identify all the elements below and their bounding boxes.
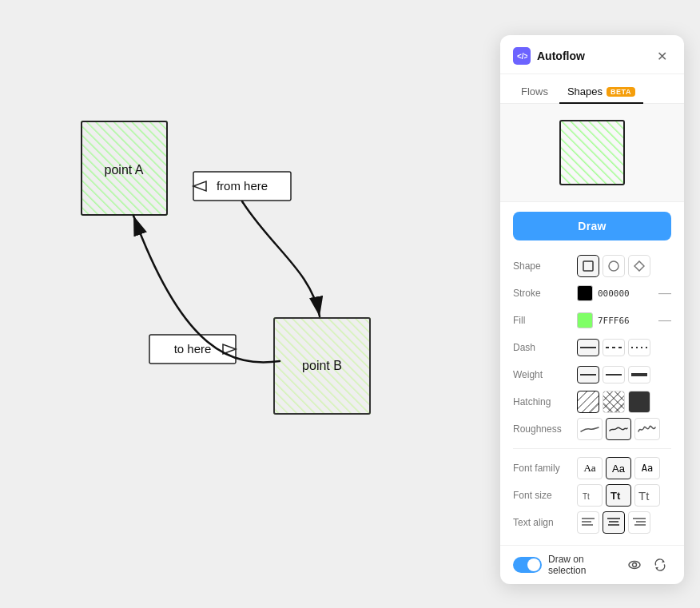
- weight-label: Weight: [513, 369, 577, 380]
- shape-controls: [577, 255, 671, 277]
- hatching-label: Hatching: [513, 396, 577, 407]
- tab-flows[interactable]: Flows: [513, 81, 556, 104]
- svg-rect-17: [560, 121, 624, 185]
- hatch-solid-btn[interactable]: [628, 391, 650, 413]
- hatch-cross-btn[interactable]: [603, 391, 625, 413]
- roughness-controls: [577, 418, 671, 440]
- stroke-color-value: 000000: [598, 288, 630, 299]
- stroke-controls: 000000 —: [577, 285, 671, 301]
- stroke-row: Stroke 000000 —: [513, 280, 671, 306]
- panel-title: Autoflow: [537, 50, 585, 62]
- shape-diamond-btn[interactable]: [628, 255, 650, 277]
- text-align-row: Text align: [513, 510, 671, 535]
- svg-text:from here: from here: [217, 179, 268, 193]
- fontsize-large-btn[interactable]: Tt: [634, 484, 660, 507]
- draw-button[interactable]: Draw: [513, 212, 671, 240]
- svg-text:</>: </>: [517, 52, 527, 61]
- hatch-diagonal-btn[interactable]: [577, 391, 599, 413]
- fill-controls: 7FFF66 —: [577, 312, 671, 328]
- svg-text:Tt: Tt: [583, 492, 590, 501]
- stroke-label: Stroke: [513, 288, 577, 299]
- fill-color-value: 7FFF66: [598, 316, 630, 326]
- fill-dash-icon[interactable]: —: [658, 313, 671, 328]
- eye-button[interactable]: [623, 554, 646, 576]
- roughness-high-btn[interactable]: [634, 418, 660, 440]
- fontsize-small-btn[interactable]: Tt: [577, 484, 603, 507]
- fontsize-med-btn[interactable]: Tt: [606, 484, 631, 507]
- draw-on-selection-toggle[interactable]: [513, 557, 542, 573]
- autoflow-panel: </> Autoflow ✕ Flows Shapes BETA: [500, 35, 684, 584]
- svg-text:Tt: Tt: [611, 490, 621, 502]
- panel-footer: Draw on selection: [500, 545, 684, 584]
- font-serif-btn[interactable]: Aa: [577, 457, 603, 479]
- autoflow-icon: </>: [513, 47, 531, 65]
- font-family-row: Font family Aa Aa Aa: [513, 455, 671, 481]
- shape-label: Shape: [513, 260, 577, 272]
- align-left-btn[interactable]: [577, 511, 599, 534]
- svg-point-20: [609, 261, 618, 271]
- font-mono-btn[interactable]: Aa: [634, 457, 660, 479]
- font-size-label: Font size: [513, 490, 577, 501]
- footer-left: Draw on selection: [513, 554, 623, 576]
- stroke-color-swatch[interactable]: [577, 285, 593, 301]
- dash-controls: [577, 339, 671, 356]
- tabs-bar: Flows Shapes BETA: [500, 74, 684, 104]
- font-family-controls: Aa Aa Aa: [577, 457, 671, 479]
- draw-on-selection-label: Draw on selection: [548, 554, 623, 576]
- tab-shapes[interactable]: Shapes BETA: [559, 81, 643, 104]
- shape-circle-btn[interactable]: [603, 255, 625, 277]
- dash-solid-btn[interactable]: [577, 339, 599, 356]
- properties-panel: Shape Stroke 000000 —: [500, 250, 684, 545]
- canvas-svg: point A from here point B to here: [0, 0, 455, 608]
- hatching-controls: [577, 391, 671, 413]
- beta-badge: BETA: [607, 87, 635, 97]
- panel-title-area: </> Autoflow: [513, 47, 585, 65]
- align-right-btn[interactable]: [628, 511, 650, 534]
- roughness-row: Roughness: [513, 416, 671, 442]
- weight-row: Weight: [513, 362, 671, 387]
- stroke-dash-icon[interactable]: —: [658, 286, 671, 300]
- align-center-btn[interactable]: [603, 511, 625, 534]
- divider: [513, 448, 671, 449]
- refresh-button[interactable]: [649, 554, 671, 576]
- svg-text:to here: to here: [174, 342, 212, 356]
- svg-rect-19: [583, 261, 593, 271]
- font-family-label: Font family: [513, 463, 577, 474]
- hatching-row: Hatching: [513, 389, 671, 415]
- dash-row: Dash: [513, 335, 671, 360]
- footer-icons: [623, 554, 671, 576]
- weight-med-btn[interactable]: [603, 366, 625, 383]
- roughness-label: Roughness: [513, 423, 577, 435]
- shape-preview: [500, 104, 684, 202]
- fill-row: Fill 7FFF66 —: [513, 308, 671, 333]
- weight-thin-btn[interactable]: [577, 366, 599, 383]
- font-size-controls: Tt Tt Tt: [577, 484, 671, 507]
- text-align-label: Text align: [513, 517, 577, 528]
- close-button[interactable]: ✕: [652, 46, 671, 66]
- svg-text:point B: point B: [302, 359, 342, 372]
- svg-point-35: [633, 563, 637, 567]
- svg-text:Tt: Tt: [638, 489, 650, 503]
- weight-thick-btn[interactable]: [628, 366, 650, 383]
- font-size-row: Font size Tt Tt Tt: [513, 483, 671, 508]
- text-align-controls: [577, 511, 671, 534]
- dash-dashed-btn[interactable]: [603, 339, 625, 356]
- roughness-low-btn[interactable]: [577, 418, 603, 440]
- shape-rect-btn[interactable]: [577, 255, 599, 277]
- svg-marker-21: [634, 261, 644, 271]
- font-sans-btn[interactable]: Aa: [606, 457, 631, 479]
- roughness-mid-btn[interactable]: [606, 418, 631, 440]
- dash-dotted-btn[interactable]: [628, 339, 650, 356]
- shape-row: Shape: [513, 253, 671, 279]
- dash-label: Dash: [513, 342, 577, 353]
- svg-text:point A: point A: [105, 163, 144, 177]
- weight-controls: [577, 366, 671, 383]
- fill-color-swatch[interactable]: [577, 312, 593, 328]
- fill-label: Fill: [513, 315, 577, 326]
- panel-header: </> Autoflow ✕: [500, 35, 684, 74]
